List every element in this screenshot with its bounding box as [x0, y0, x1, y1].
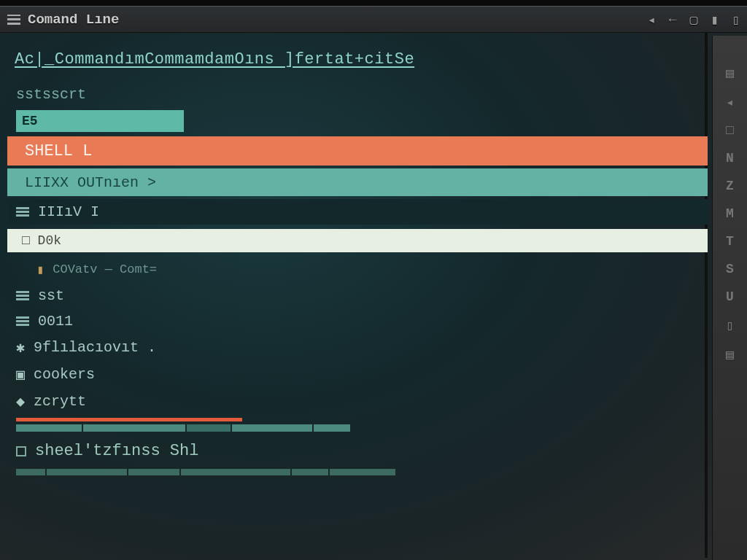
- list-item[interactable]: ◆ zcrytt: [7, 388, 708, 415]
- list-item[interactable]: ▣ cookers: [7, 361, 708, 388]
- titlebar[interactable]: Comand Lıne ◂ ← ▢ ▮ ▯: [0, 7, 747, 33]
- breadcrumb[interactable]: Ac|_CommandımCommamdamOıns ]fertat+citSe: [7, 44, 708, 79]
- output-row[interactable]: LIIXX OUTnıen >: [7, 168, 708, 196]
- list-icon: [16, 291, 29, 301]
- highlight-underline: [16, 418, 242, 421]
- nav-back-icon[interactable]: ←: [669, 12, 677, 27]
- window-minimize-icon[interactable]: ▮: [711, 12, 719, 28]
- footer-row-label: sheel'tzfınss Shl: [35, 442, 198, 460]
- sidebar-item-icon[interactable]: ▯: [726, 317, 734, 333]
- shell-row-selected[interactable]: SHELL L: [7, 136, 708, 166]
- row-iiivi[interactable]: IIIıV I: [7, 199, 708, 225]
- list-item-label: 9flılacıovıt .: [34, 339, 156, 356]
- footer-row[interactable]: sheel'tzfınss Shl: [7, 436, 708, 466]
- list-item-label: sst: [38, 287, 64, 304]
- list-item[interactable]: 0011: [7, 308, 708, 334]
- list-icon: [16, 316, 29, 327]
- output-row-label: LIIXX OUTnıen >: [25, 174, 156, 191]
- shield-icon: ◆: [16, 392, 25, 411]
- app-icon: [7, 15, 20, 25]
- square-icon: [16, 446, 26, 456]
- main-panel: Ac|_CommandımCommamdamOıns ]fertat+citSe…: [7, 37, 708, 560]
- right-sidebar: ▤ ◂ □ N Z M T S U ▯ ▤: [712, 36, 747, 560]
- nav-back-small-icon[interactable]: ◂: [648, 12, 656, 28]
- window: Comand Lıne ◂ ← ▢ ▮ ▯ Ac|_CommandımComma…: [0, 6, 747, 560]
- list-item-label: zcrytt: [34, 393, 86, 410]
- list-item-label: cookers: [34, 366, 95, 383]
- command-input-placeholder: □ D0k: [22, 233, 61, 248]
- progress-bar-label: E5: [22, 114, 38, 128]
- window-close-icon[interactable]: ▯: [732, 12, 740, 28]
- row-iiivi-label: IIIıV I: [38, 203, 99, 220]
- titlebar-controls: ◂ ← ▢ ▮ ▯: [648, 12, 740, 28]
- sidebar-item-icon[interactable]: Z: [726, 179, 734, 193]
- list-item-label: 0011: [38, 313, 73, 330]
- sidebar-item-icon[interactable]: S: [726, 262, 734, 276]
- file-icon: ▮: [36, 262, 44, 277]
- sidebar-item-icon[interactable]: ▤: [726, 65, 734, 81]
- command-input[interactable]: □ D0k: [7, 229, 708, 252]
- window-top-border: [0, 0, 747, 6]
- window-maximize-icon[interactable]: ▢: [689, 12, 697, 28]
- sidebar-item-icon[interactable]: □: [726, 123, 734, 138]
- sidebar-item-icon[interactable]: N: [726, 151, 734, 166]
- progress-bar-small: E5: [16, 110, 184, 132]
- list-item[interactable]: ✱ 9flılacıovıt .: [7, 334, 708, 361]
- section-label-script: sstsscrt: [7, 79, 708, 109]
- list-item[interactable]: ▮ COVatv — Comt=: [7, 258, 708, 283]
- list-item-label: COVatv — Comt=: [53, 262, 157, 276]
- status-blocks-bottom: [16, 469, 708, 475]
- window-title: Comand Lıne: [28, 12, 119, 28]
- status-blocks: [16, 424, 708, 432]
- gear-icon: ✱: [16, 338, 25, 357]
- sidebar-item-icon[interactable]: M: [726, 206, 734, 221]
- sidebar-item-icon[interactable]: T: [726, 234, 734, 249]
- sidebar-item-icon[interactable]: ◂: [726, 94, 734, 110]
- box-icon: ▣: [16, 365, 25, 384]
- terminal-icon: [16, 207, 29, 217]
- sidebar-item-icon[interactable]: U: [726, 289, 734, 304]
- shell-row-label: SHELL L: [25, 142, 92, 160]
- sidebar-item-icon[interactable]: ▤: [726, 346, 734, 362]
- list-item[interactable]: sst: [7, 283, 708, 308]
